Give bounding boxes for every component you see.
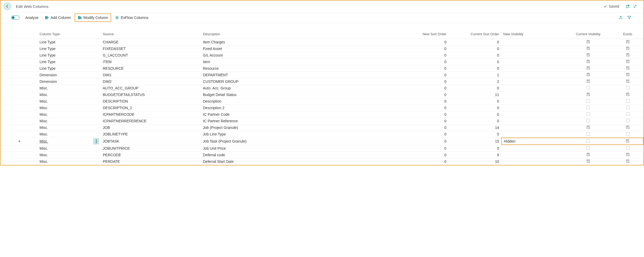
cell-source[interactable]: JOBUNITPRICE bbox=[101, 145, 201, 152]
cell-column-type[interactable]: Misc. bbox=[37, 105, 101, 111]
cell-current-visibility[interactable] bbox=[564, 158, 612, 165]
cell-current-visibility[interactable] bbox=[564, 59, 612, 65]
table-row[interactable]: Misc. JOBUNITPRICE Job Unit Price 0 0 bbox=[1, 145, 643, 152]
collapse-button[interactable] bbox=[631, 3, 639, 10]
cell-source[interactable]: CHARGE bbox=[101, 39, 201, 46]
cell-exists[interactable] bbox=[612, 152, 643, 158]
cell-new-visibility[interactable] bbox=[501, 52, 564, 59]
cell-new-sort-order[interactable]: 0 bbox=[396, 111, 448, 118]
table-row[interactable]: Line Type G_LACCOUNT G/L Account 0 0 bbox=[1, 52, 643, 59]
cell-new-visibility[interactable] bbox=[501, 65, 564, 72]
cell-current-visibility[interactable] bbox=[564, 118, 612, 124]
cell-exists[interactable] bbox=[612, 92, 643, 98]
cell-column-type[interactable]: Dimension bbox=[37, 78, 101, 85]
cell-current-sort-order[interactable]: 0 bbox=[448, 131, 501, 138]
cell-current-sort-order[interactable]: 1 bbox=[448, 72, 501, 78]
cell-new-visibility[interactable] bbox=[501, 92, 564, 98]
cell-source[interactable]: FIXEDASSET bbox=[101, 46, 201, 52]
cell-column-type[interactable]: Line Type bbox=[37, 65, 101, 72]
cell-description[interactable]: CUSTOMER GROUP bbox=[201, 78, 396, 85]
cell-current-sort-order[interactable]: 0 bbox=[448, 52, 501, 59]
cell-column-type[interactable]: Misc. bbox=[37, 118, 101, 124]
cell-column-type[interactable]: Misc. bbox=[37, 85, 101, 92]
cell-new-visibility[interactable] bbox=[501, 152, 564, 158]
cell-current-sort-order[interactable]: 10 bbox=[448, 158, 501, 165]
cell-description[interactable]: Fixed Asset bbox=[201, 46, 396, 52]
cell-new-visibility[interactable] bbox=[501, 85, 564, 92]
cell-current-visibility[interactable] bbox=[564, 111, 612, 118]
cell-column-type[interactable]: Misc. bbox=[37, 145, 101, 152]
cell-current-sort-order[interactable]: 0 bbox=[448, 111, 501, 118]
cell-source[interactable]: ICPARTNERREFERENCE bbox=[101, 118, 201, 124]
cell-description[interactable]: Budget Detail Status bbox=[201, 92, 396, 98]
cell-new-sort-order[interactable]: 0 bbox=[396, 65, 448, 72]
cell-column-type[interactable]: Dimension bbox=[37, 72, 101, 78]
table-row[interactable]: Line Type RESOURCE Resource 0 0 bbox=[1, 65, 643, 72]
cell-source[interactable]: JOBTASK bbox=[101, 138, 201, 145]
exflow-columns-action[interactable]: ExFlow Columns bbox=[112, 14, 151, 21]
add-column-action[interactable]: Add Column bbox=[42, 14, 74, 21]
cell-new-sort-order[interactable]: 0 bbox=[396, 52, 448, 59]
share-button[interactable] bbox=[617, 14, 625, 21]
table-row[interactable]: Misc. ICPARTNERREFERENCE IC Partner Refe… bbox=[1, 118, 643, 124]
cell-description[interactable]: IC Partner Code bbox=[201, 111, 396, 118]
cell-description[interactable]: G/L Account bbox=[201, 52, 396, 59]
cell-new-sort-order[interactable]: 0 bbox=[396, 158, 448, 165]
cell-exists[interactable] bbox=[612, 131, 643, 138]
cell-new-sort-order[interactable]: 0 bbox=[396, 152, 448, 158]
cell-source[interactable]: ICPARTNERCODE bbox=[101, 111, 201, 118]
cell-current-visibility[interactable] bbox=[564, 52, 612, 59]
cell-source[interactable]: DESCRIPTION bbox=[101, 98, 201, 105]
cell-current-sort-order[interactable]: 9 bbox=[448, 152, 501, 158]
cell-new-sort-order[interactable]: 0 bbox=[396, 78, 448, 85]
table-row[interactable]: Misc. DESCRIPTION_2 Description 2 0 0 bbox=[1, 105, 643, 111]
cell-description[interactable]: Item bbox=[201, 59, 396, 65]
table-row[interactable]: Misc. BUDGETDETAILSTATUS Budget Detail S… bbox=[1, 92, 643, 98]
cell-new-sort-order[interactable]: 0 bbox=[396, 46, 448, 52]
cell-exists[interactable] bbox=[612, 85, 643, 92]
cell-exists[interactable] bbox=[612, 72, 643, 78]
cell-source[interactable]: JOB bbox=[101, 124, 201, 131]
cell-new-visibility[interactable] bbox=[501, 98, 564, 105]
cell-new-visibility[interactable] bbox=[501, 72, 564, 78]
modify-column-action[interactable]: Modify Column bbox=[75, 13, 111, 22]
col-column-type[interactable]: Column Type↑ bbox=[37, 31, 101, 39]
col-exists[interactable]: Exists bbox=[612, 31, 643, 39]
cell-new-sort-order[interactable]: 0 bbox=[396, 105, 448, 111]
cell-current-sort-order[interactable]: 0 bbox=[448, 59, 501, 65]
cell-exists[interactable] bbox=[612, 158, 643, 165]
cell-exists[interactable] bbox=[612, 59, 643, 65]
cell-column-type[interactable]: Misc. bbox=[37, 111, 101, 118]
cell-exists[interactable] bbox=[612, 138, 643, 145]
cell-new-sort-order[interactable]: 0 bbox=[396, 85, 448, 92]
col-new-sort-order[interactable]: New Sort Order bbox=[396, 31, 448, 39]
cell-column-type[interactable]: Misc. bbox=[37, 98, 101, 105]
cell-description[interactable]: Job Unit Price bbox=[201, 145, 396, 152]
cell-description[interactable]: Resource bbox=[201, 65, 396, 72]
col-new-visibility[interactable]: New Visibility bbox=[501, 31, 564, 39]
col-current-visibility[interactable]: Current Visibility bbox=[564, 31, 612, 39]
cell-current-visibility[interactable] bbox=[564, 72, 612, 78]
cell-exists[interactable] bbox=[612, 118, 643, 124]
cell-new-visibility[interactable] bbox=[501, 105, 564, 111]
cell-source[interactable]: DIM1 bbox=[101, 72, 201, 78]
cell-description[interactable]: Deferral Start Date bbox=[201, 158, 396, 165]
cell-new-sort-order[interactable]: 0 bbox=[396, 59, 448, 65]
cell-new-sort-order[interactable]: 0 bbox=[396, 92, 448, 98]
row-menu-button[interactable] bbox=[93, 138, 99, 144]
table-row[interactable]: Line Type ITEM Item 0 0 bbox=[1, 59, 643, 65]
cell-exists[interactable] bbox=[612, 124, 643, 131]
cell-new-sort-order[interactable]: 0 bbox=[396, 118, 448, 124]
cell-exists[interactable] bbox=[612, 39, 643, 46]
col-source[interactable]: Source↑ bbox=[101, 31, 201, 39]
cell-current-sort-order[interactable]: 0 bbox=[448, 145, 501, 152]
cell-new-visibility[interactable] bbox=[501, 46, 564, 52]
cell-new-visibility[interactable] bbox=[501, 111, 564, 118]
table-row[interactable]: Misc. AUTO_ACC_GROUP Auto. Acc. Group 0 … bbox=[1, 85, 643, 92]
cell-description[interactable]: Description bbox=[201, 98, 396, 105]
cell-current-visibility[interactable] bbox=[564, 85, 612, 92]
cell-current-visibility[interactable] bbox=[564, 105, 612, 111]
table-row[interactable]: Dimension DIM2 CUSTOMER GROUP 0 2 bbox=[1, 78, 643, 85]
cell-new-visibility[interactable] bbox=[501, 124, 564, 131]
cell-current-sort-order[interactable]: 0 bbox=[448, 85, 501, 92]
